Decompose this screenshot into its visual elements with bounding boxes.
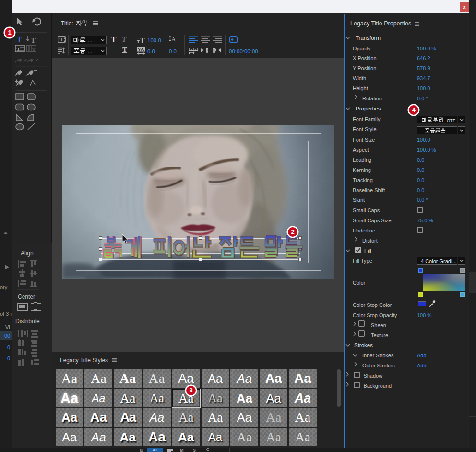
svg-text:T: T xyxy=(17,36,22,44)
svg-text:T: T xyxy=(31,37,36,44)
svg-text:T: T xyxy=(18,58,22,63)
svg-text:T: T xyxy=(32,47,36,52)
svg-text:T: T xyxy=(30,58,34,63)
svg-text:T: T xyxy=(17,46,21,52)
svg-text:VA: VA xyxy=(138,47,144,52)
svg-text:A: A xyxy=(171,36,176,43)
svg-text:T: T xyxy=(60,37,64,42)
